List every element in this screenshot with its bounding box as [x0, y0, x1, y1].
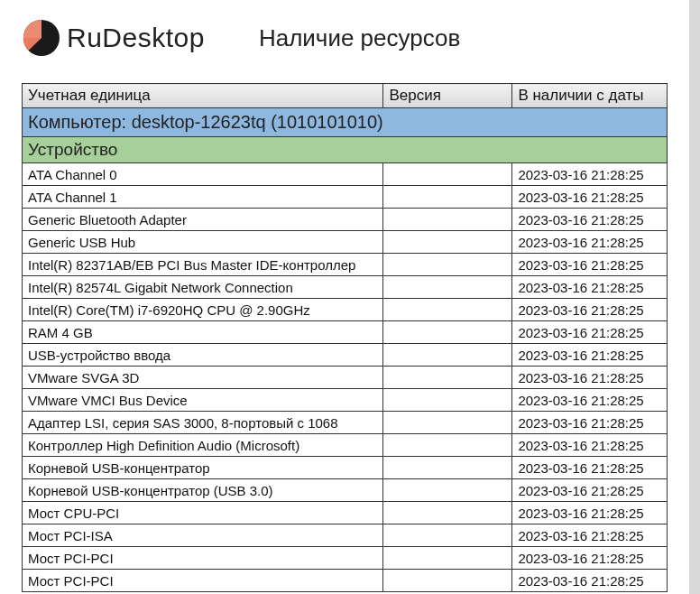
cell-date: 2023-03-16 21:28:25 [512, 344, 668, 367]
header: RuDesktop Наличие ресурсов [22, 18, 668, 58]
table-row: Мост PCI-PCI2023-03-16 21:28:25 [23, 547, 668, 570]
cell-date: 2023-03-16 21:28:25 [512, 321, 668, 344]
cell-date: 2023-03-16 21:28:25 [512, 186, 668, 209]
computer-row: Компьютер: desktop-12623tq (1010101010) [23, 108, 668, 137]
cell-version [383, 209, 512, 231]
cell-version [383, 186, 512, 209]
cell-version [383, 524, 512, 547]
cell-version [383, 457, 512, 479]
cell-name: Generic Bluetooth Adapter [23, 209, 383, 231]
section-row: Устройство [23, 137, 668, 163]
cell-date: 2023-03-16 21:28:25 [512, 547, 668, 570]
cell-name: ATA Channel 1 [23, 186, 383, 209]
resources-table: Учетная единица Версия В наличии с даты … [22, 83, 668, 592]
table-row: VMware SVGA 3D2023-03-16 21:28:25 [23, 367, 668, 389]
cell-name: RAM 4 GB [23, 321, 383, 344]
cell-name: Generic USB Hub [23, 231, 383, 254]
cell-date: 2023-03-16 21:28:25 [512, 457, 668, 479]
table-row: Мост PCI-ISA2023-03-16 21:28:25 [23, 524, 668, 547]
cell-date: 2023-03-16 21:28:25 [512, 254, 668, 276]
cell-date: 2023-03-16 21:28:25 [512, 299, 668, 321]
table-row: RAM 4 GB2023-03-16 21:28:25 [23, 321, 668, 344]
cell-name: Адаптер LSI, серия SAS 3000, 8-портовый … [23, 412, 383, 434]
cell-version [383, 276, 512, 299]
cell-version [383, 389, 512, 412]
cell-date: 2023-03-16 21:28:25 [512, 276, 668, 299]
table-row: Generic Bluetooth Adapter2023-03-16 21:2… [23, 209, 668, 231]
cell-date: 2023-03-16 21:28:25 [512, 570, 668, 592]
cell-name: Intel(R) 82574L Gigabit Network Connecti… [23, 276, 383, 299]
cell-version [383, 321, 512, 344]
table-row: Intel(R) 82371AB/EB PCI Bus Master IDE-к… [23, 254, 668, 276]
computer-label: Компьютер: desktop-12623tq (1010101010) [23, 108, 668, 137]
logo: RuDesktop [22, 18, 205, 58]
cell-version [383, 344, 512, 367]
cell-name: Мост PCI-ISA [23, 524, 383, 547]
table-header-row: Учетная единица Версия В наличии с даты [23, 84, 668, 108]
cell-name: Корневой USB-концентратор [23, 457, 383, 479]
table-row: ATA Channel 02023-03-16 21:28:25 [23, 163, 668, 186]
cell-version [383, 412, 512, 434]
cell-name: Мост CPU-PCI [23, 502, 383, 524]
cell-date: 2023-03-16 21:28:25 [512, 163, 668, 186]
cell-version [383, 254, 512, 276]
table-row: USB-устройство ввода2023-03-16 21:28:25 [23, 344, 668, 367]
table-row: Generic USB Hub2023-03-16 21:28:25 [23, 231, 668, 254]
table-row: Intel(R) Core(TM) i7-6920HQ CPU @ 2.90GH… [23, 299, 668, 321]
cell-date: 2023-03-16 21:28:25 [512, 367, 668, 389]
cell-name: ATA Channel 0 [23, 163, 383, 186]
col-version: Версия [383, 84, 512, 108]
table-row: Корневой USB-концентратор (USB 3.0)2023-… [23, 479, 668, 502]
cell-version [383, 367, 512, 389]
cell-version [383, 502, 512, 524]
table-row: Адаптер LSI, серия SAS 3000, 8-портовый … [23, 412, 668, 434]
cell-name: Intel(R) 82371AB/EB PCI Bus Master IDE-к… [23, 254, 383, 276]
cell-name: Контроллер High Definition Audio (Micros… [23, 434, 383, 457]
cell-name: Корневой USB-концентратор (USB 3.0) [23, 479, 383, 502]
table-row: Мост CPU-PCI2023-03-16 21:28:25 [23, 502, 668, 524]
rudesktop-logo-icon [22, 18, 61, 58]
cell-date: 2023-03-16 21:28:25 [512, 502, 668, 524]
cell-date: 2023-03-16 21:28:25 [512, 479, 668, 502]
cell-version [383, 434, 512, 457]
page-title: Наличие ресурсов [259, 24, 460, 52]
table-row: VMware VMCI Bus Device2023-03-16 21:28:2… [23, 389, 668, 412]
table-row: Мост PCI-PCI2023-03-16 21:28:25 [23, 570, 668, 592]
cell-name: Мост PCI-PCI [23, 547, 383, 570]
cell-version [383, 163, 512, 186]
cell-date: 2023-03-16 21:28:25 [512, 434, 668, 457]
cell-version [383, 231, 512, 254]
cell-version [383, 547, 512, 570]
cell-date: 2023-03-16 21:28:25 [512, 389, 668, 412]
cell-name: VMware VMCI Bus Device [23, 389, 383, 412]
cell-name: Intel(R) Core(TM) i7-6920HQ CPU @ 2.90GH… [23, 299, 383, 321]
table-row: Контроллер High Definition Audio (Micros… [23, 434, 668, 457]
cell-version [383, 479, 512, 502]
cell-date: 2023-03-16 21:28:25 [512, 231, 668, 254]
cell-name: VMware SVGA 3D [23, 367, 383, 389]
logo-text: RuDesktop [67, 23, 205, 53]
cell-name: Мост PCI-PCI [23, 570, 383, 592]
cell-name: USB-устройство ввода [23, 344, 383, 367]
cell-version [383, 299, 512, 321]
cell-date: 2023-03-16 21:28:25 [512, 209, 668, 231]
cell-version [383, 570, 512, 592]
cell-date: 2023-03-16 21:28:25 [512, 524, 668, 547]
col-since: В наличии с даты [512, 84, 668, 108]
section-label: Устройство [23, 137, 668, 163]
document-page: RuDesktop Наличие ресурсов Учетная едини… [0, 0, 689, 594]
table-row: ATA Channel 12023-03-16 21:28:25 [23, 186, 668, 209]
table-row: Intel(R) 82574L Gigabit Network Connecti… [23, 276, 668, 299]
col-unit: Учетная единица [23, 84, 383, 108]
table-row: Корневой USB-концентратор2023-03-16 21:2… [23, 457, 668, 479]
cell-date: 2023-03-16 21:28:25 [512, 412, 668, 434]
